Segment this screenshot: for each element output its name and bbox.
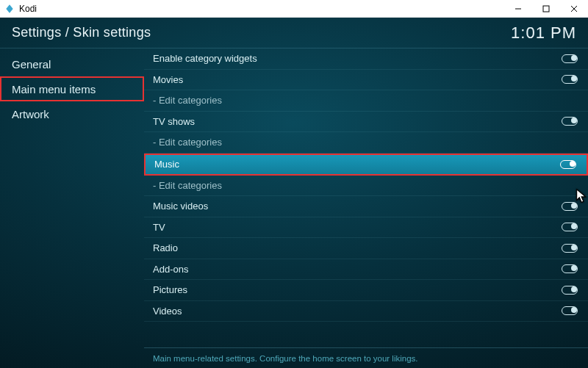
- setting-enable-category-widgets[interactable]: Enable category widgets: [144, 48, 588, 70]
- setting-music-edit-categories[interactable]: - Edit categories: [144, 176, 588, 197]
- description-text: Main menu-related settings. Configure th…: [153, 354, 418, 363]
- toggle-icon[interactable]: [562, 117, 578, 126]
- header: Settings / Skin settings 1:01 PM: [0, 18, 588, 48]
- setting-tv-shows[interactable]: TV shows: [144, 112, 588, 133]
- kodi-logo-icon: [4, 4, 15, 14]
- window-titlebar: Kodi: [0, 0, 588, 18]
- sidebar-item-label: Main menu items: [12, 83, 96, 95]
- setting-label: - Edit categories: [153, 137, 222, 148]
- window-close-button[interactable]: [560, 0, 588, 17]
- setting-videos[interactable]: Videos: [144, 301, 588, 322]
- setting-label: Music: [154, 159, 179, 170]
- sidebar-item-label: Artwork: [12, 108, 49, 120]
- settings-description: Main menu-related settings. Configure th…: [144, 347, 588, 368]
- toggle-icon[interactable]: [562, 286, 578, 295]
- toggle-icon[interactable]: [560, 160, 576, 169]
- setting-label: Music videos: [153, 201, 208, 212]
- app-root: Settings / Skin settings 1:01 PM General…: [0, 18, 588, 368]
- window-minimize-button[interactable]: [504, 0, 532, 17]
- setting-label: Videos: [153, 306, 182, 317]
- toggle-icon[interactable]: [562, 223, 578, 231]
- toggle-icon[interactable]: [562, 202, 578, 211]
- setting-addons[interactable]: Add-ons: [144, 259, 588, 281]
- setting-movies[interactable]: Movies: [144, 70, 588, 91]
- setting-pictures[interactable]: Pictures: [144, 280, 588, 301]
- setting-tv[interactable]: TV: [144, 217, 588, 239]
- setting-movies-edit-categories[interactable]: - Edit categories: [144, 90, 588, 112]
- setting-label: Radio: [153, 242, 178, 253]
- settings-list: Enable category widgets Movies - Edit ca…: [144, 48, 588, 347]
- window-title: Kodi: [19, 4, 37, 14]
- breadcrumb: Settings / Skin settings: [12, 25, 151, 40]
- sidebar-item-artwork[interactable]: Artwork: [0, 101, 144, 126]
- setting-music[interactable]: Music: [144, 154, 588, 176]
- svg-rect-0: [543, 6, 549, 12]
- setting-label: Movies: [153, 74, 183, 85]
- setting-tv-shows-edit-categories[interactable]: - Edit categories: [144, 132, 588, 154]
- setting-label: - Edit categories: [153, 95, 222, 106]
- setting-label: Add-ons: [153, 264, 188, 275]
- setting-music-videos[interactable]: Music videos: [144, 196, 588, 217]
- setting-radio[interactable]: Radio: [144, 238, 588, 259]
- toggle-icon[interactable]: [562, 75, 578, 84]
- setting-label: Enable category widgets: [153, 53, 257, 64]
- clock: 1:01 PM: [511, 24, 576, 43]
- toggle-icon[interactable]: [562, 244, 578, 253]
- setting-label: TV: [153, 222, 165, 233]
- setting-label: TV shows: [153, 116, 195, 127]
- settings-panel: Enable category widgets Movies - Edit ca…: [144, 48, 588, 368]
- toggle-icon[interactable]: [562, 306, 578, 315]
- setting-label: - Edit categories: [153, 180, 222, 191]
- sidebar-item-main-menu-items[interactable]: Main menu items: [0, 76, 144, 101]
- toggle-icon[interactable]: [562, 264, 578, 273]
- window-maximize-button[interactable]: [532, 0, 560, 17]
- sidebar-item-general[interactable]: General: [0, 51, 144, 76]
- setting-label: Pictures: [153, 284, 187, 295]
- sidebar-item-label: General: [12, 58, 51, 71]
- sidebar: General Main menu items Artwork: [0, 48, 144, 368]
- toggle-icon[interactable]: [562, 54, 578, 63]
